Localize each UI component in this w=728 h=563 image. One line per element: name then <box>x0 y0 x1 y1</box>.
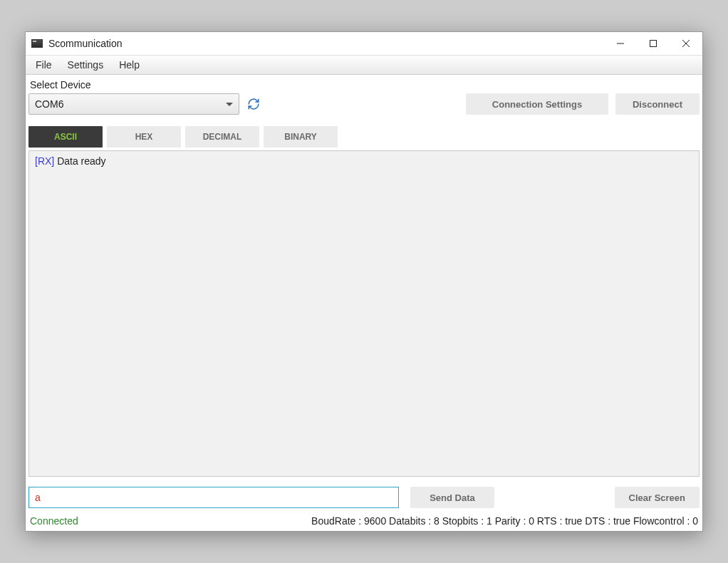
format-tabs: ASCII HEX DECIMAL BINARY <box>28 126 700 148</box>
tab-ascii[interactable]: ASCII <box>28 126 103 148</box>
tab-decimal[interactable]: DECIMAL <box>185 126 259 148</box>
tab-hex[interactable]: HEX <box>107 126 181 148</box>
menubar: File Settings Help <box>26 55 702 75</box>
maximize-button[interactable] <box>637 32 670 55</box>
refresh-icon <box>247 98 260 110</box>
maximize-icon <box>650 40 657 47</box>
close-icon <box>682 40 690 47</box>
connection-detail: BoudRate : 9600 Databits : 8 Stopbits : … <box>311 515 698 527</box>
rx-tag: [RX] <box>35 155 54 167</box>
minimize-button[interactable] <box>604 32 637 55</box>
svg-rect-1 <box>650 41 657 47</box>
terminal-output[interactable]: [RX] Data ready <box>28 150 700 477</box>
content-area: Select Device COM6 Connection Settings D… <box>26 75 702 531</box>
device-selected: COM6 <box>35 98 63 110</box>
window-title: Scommunication <box>48 38 123 49</box>
app-window: Scommunication File Settings Help Select… <box>25 31 703 532</box>
terminal-line: Data ready <box>57 155 105 167</box>
menu-settings[interactable]: Settings <box>68 59 104 71</box>
menu-help[interactable]: Help <box>119 59 140 71</box>
refresh-button[interactable] <box>246 97 261 111</box>
select-device-label: Select Device <box>28 78 700 93</box>
window-controls <box>604 32 702 55</box>
device-row: COM6 Connection Settings Disconnect <box>28 93 700 115</box>
command-input[interactable] <box>28 487 399 508</box>
titlebar: Scommunication <box>26 32 702 55</box>
close-button[interactable] <box>670 32 702 55</box>
minimize-icon <box>617 40 624 47</box>
menu-file[interactable]: File <box>36 59 52 71</box>
connection-settings-button[interactable]: Connection Settings <box>466 93 608 115</box>
tab-binary[interactable]: BINARY <box>264 126 338 148</box>
connection-status: Connected <box>30 515 78 527</box>
app-icon <box>31 39 43 48</box>
status-bar: Connected BoudRate : 9600 Databits : 8 S… <box>28 515 700 527</box>
send-row: Send Data Clear Screen <box>28 487 700 508</box>
disconnect-button[interactable]: Disconnect <box>615 93 700 115</box>
chevron-down-icon <box>226 103 233 106</box>
send-data-button[interactable]: Send Data <box>410 487 494 508</box>
device-combobox[interactable]: COM6 <box>28 93 239 115</box>
clear-screen-button[interactable]: Clear Screen <box>615 487 700 508</box>
